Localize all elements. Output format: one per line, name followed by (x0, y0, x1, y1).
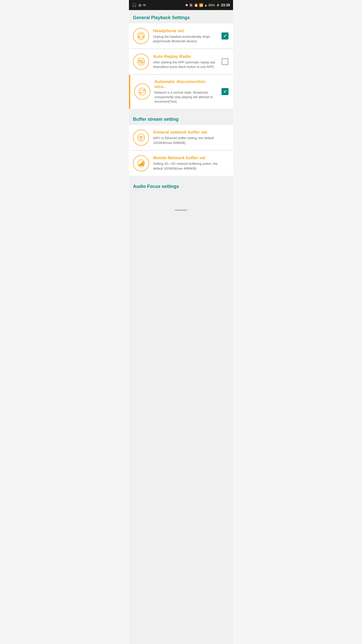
svg-point-12 (141, 139, 142, 140)
general-network-desc: WIFI or Ethernet buffer setting, the def… (153, 136, 226, 145)
headphone-set-checked-indicator (221, 32, 229, 39)
svg-point-8 (139, 88, 146, 95)
auto-replay-unchecked-indicator (222, 58, 228, 65)
signal-bars-icon (137, 159, 145, 168)
battery-percent: 95% (208, 3, 215, 7)
headphone-set-checkbox[interactable] (221, 32, 229, 40)
mobile-network-title: Mobile Network buffer set (153, 155, 226, 160)
headphone-set-desc: Unplug the headset automatically stops p… (153, 34, 218, 44)
reconnect-icon-circle (134, 84, 150, 100)
svg-point-7 (140, 61, 142, 62)
auto-replay-text: Auto Replay Radio After starting the APP… (153, 54, 221, 69)
mute-icon: 🔇 (189, 3, 193, 7)
headphone-status-icon: 🎧 (132, 3, 137, 7)
general-playback-group: ♪ Headphone set Unplug the headset autom… (129, 23, 233, 109)
auto-replay-desc: After starting the APP automatic replay … (153, 60, 218, 69)
audio-focus-header: Audio Focus settings (129, 179, 233, 193)
signal-icon: ▲ (204, 3, 207, 7)
bottom-area (129, 193, 233, 213)
section-spacer-2 (129, 176, 233, 179)
left-border-indicator (129, 75, 130, 109)
svg-point-4 (138, 58, 145, 65)
at-status-icon: @ (138, 3, 142, 7)
auto-disconnect-checked-indicator (221, 88, 229, 95)
general-network-title: General network buffer set (153, 130, 226, 135)
auto-disconnect-title: Automatic disconnection reco.. (154, 79, 218, 89)
status-bar-left-icons: 🎧 @ ✉ (132, 3, 146, 7)
scroll-handle (175, 210, 187, 211)
svg-rect-1 (139, 36, 140, 38)
svg-marker-6 (143, 62, 143, 63)
auto-disconnect-item[interactable]: Automatic disconnection reco.. Network i… (129, 75, 233, 109)
headphone-music-icon: ♪ (137, 32, 145, 40)
general-network-buffer-item[interactable]: General network buffer set WIFI or Ether… (129, 125, 233, 150)
headphone-set-item[interactable]: ♪ Headphone set Unplug the headset autom… (129, 23, 233, 49)
svg-marker-10 (140, 92, 141, 93)
bluetooth-icon: ✱ (185, 3, 188, 7)
general-playback-header: General Playback Settings (129, 10, 233, 23)
headphone-set-text: Headphone set Unplug the headset automat… (153, 28, 221, 44)
svg-text:♪: ♪ (140, 37, 141, 38)
auto-disconnect-checkbox[interactable] (221, 88, 229, 96)
signal-bars-icon-circle (133, 155, 149, 171)
auto-replay-title: Auto Replay Radio (153, 54, 218, 59)
mobile-network-buffer-item[interactable]: Mobile Network buffer set Setting 3G / 4… (129, 151, 233, 176)
headphone-set-title: Headphone set (153, 28, 218, 33)
mail-status-icon: ✉ (143, 3, 146, 7)
main-content: General Playback Settings ♪ Headphone se… (129, 10, 233, 644)
buffer-stream-header: Buffer stream setting (129, 112, 233, 125)
general-network-text: General network buffer set WIFI or Ether… (153, 130, 229, 145)
mobile-network-text: Mobile Network buffer set Setting 3G / 4… (153, 155, 229, 171)
svg-rect-15 (140, 164, 141, 166)
svg-marker-9 (144, 90, 145, 92)
wifi-icon (137, 133, 145, 142)
svg-rect-14 (139, 165, 140, 166)
reconnect-icon (138, 87, 147, 96)
auto-replay-icon-circle (133, 54, 149, 70)
wifi-icon-circle (133, 130, 149, 146)
buffer-stream-group: General network buffer set WIFI or Ether… (129, 125, 233, 176)
section-spacer-1 (129, 109, 233, 112)
svg-rect-2 (143, 36, 144, 38)
svg-rect-16 (141, 163, 142, 166)
battery-icon: ⚡ (216, 3, 220, 7)
status-bar-right-icons: ✱ 🔇 ⏰ 📶 ▲ 95% ⚡ 23:35 (185, 3, 230, 7)
time-display: 23:35 (221, 3, 230, 7)
status-bar: 🎧 @ ✉ ✱ 🔇 ⏰ 📶 ▲ 95% ⚡ 23:35 (129, 0, 233, 10)
auto-disconnect-text: Automatic disconnection reco.. Network i… (154, 79, 221, 104)
mobile-network-desc: Setting 3G / 4G network buffering action… (153, 162, 226, 171)
svg-rect-17 (143, 162, 144, 166)
auto-disconnect-desc: Network is a normal state, Broadcast une… (154, 90, 218, 104)
wifi-status-icon: 📶 (199, 3, 203, 7)
alarm-icon: ⏰ (194, 3, 198, 7)
auto-replay-checkbox[interactable] (221, 58, 229, 66)
replay-icon (137, 57, 145, 66)
auto-replay-radio-item[interactable]: Auto Replay Radio After starting the APP… (129, 49, 233, 74)
headphone-set-icon-circle: ♪ (133, 28, 149, 44)
svg-marker-5 (139, 60, 140, 61)
